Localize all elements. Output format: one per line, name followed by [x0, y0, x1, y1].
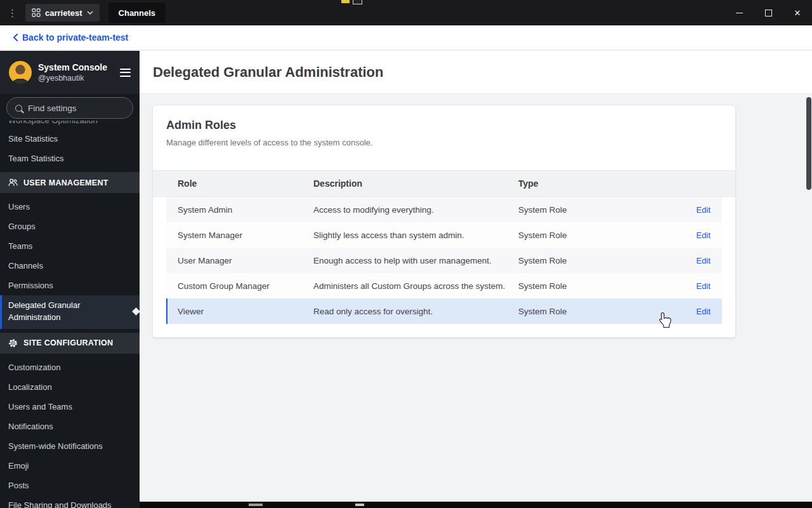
sidebar-item-delegated-granular-administration[interactable]: Delegated Granular Administration	[0, 295, 140, 329]
cell-role: User Manager	[166, 256, 313, 265]
chevron-left-icon	[13, 34, 18, 41]
vertical-scrollbar-thumb[interactable]	[806, 97, 811, 190]
back-navigation-bar: Back to private-team-test	[0, 25, 812, 50]
gear-icon	[8, 338, 18, 348]
cell-type: System Role	[518, 205, 672, 215]
sidebar-item-workspace-optimization[interactable]: Workspace Optimization	[0, 121, 140, 129]
cell-role: Custom Group Manager	[166, 281, 313, 291]
maximize-icon	[765, 10, 772, 17]
edit-link[interactable]: Edit	[697, 205, 710, 215]
sidebar-item-channels[interactable]: Channels	[0, 256, 140, 276]
main-content: Admin Roles Manage different levels of a…	[140, 94, 812, 508]
cell-description: Read only access for oversight.	[313, 307, 518, 316]
console-username: @yesbhautik	[38, 73, 107, 83]
cell-role: System Admin	[166, 205, 313, 215]
column-header-type: Type	[518, 178, 672, 189]
sidebar-item-teams[interactable]: Teams	[0, 236, 140, 256]
system-console-sidebar: System Console @yesbhautik Workspace Opt…	[0, 51, 140, 508]
sidebar-identity: System Console @yesbhautik	[38, 62, 107, 83]
taskbar-glimpse	[249, 504, 263, 506]
search-input[interactable]	[28, 104, 123, 113]
tab-channels[interactable]: Channels	[108, 3, 166, 23]
edit-link[interactable]: Edit	[697, 256, 710, 265]
table-row: System Manager Slightly less access than…	[166, 222, 722, 248]
cell-role: System Manager	[166, 231, 313, 240]
app-menu-button[interactable]: ⋮	[0, 7, 25, 19]
back-link-label: Back to private-team-test	[22, 32, 128, 43]
page-title: Delegated Granular Administration	[153, 64, 383, 81]
sidebar-item-users[interactable]: Users	[0, 197, 140, 217]
sidebar-item-system-wide-notifications[interactable]: System-wide Notifications	[0, 436, 140, 456]
sidebar-item-emoji[interactable]: Emoji	[0, 456, 140, 476]
back-link[interactable]: Back to private-team-test	[13, 32, 128, 43]
admin-roles-card: Admin Roles Manage different levels of a…	[152, 105, 736, 338]
team-name-label: carrietest	[45, 8, 82, 18]
sidebar-header: System Console @yesbhautik	[0, 51, 140, 94]
table-row: System Admin Access to modifying everyth…	[166, 197, 722, 222]
section-label: SITE CONFIGURATION	[23, 338, 113, 347]
cell-description: Administers all Custom Groups across the…	[313, 281, 518, 291]
cell-type: System Role	[518, 256, 672, 265]
card-subtitle: Manage different levels of access to the…	[166, 138, 722, 147]
minimize-icon	[736, 13, 743, 13]
cell-description: Slightly less access than system admin.	[313, 231, 518, 240]
edit-link[interactable]: Edit	[697, 307, 710, 316]
people-icon	[8, 178, 18, 187]
team-switcher-button[interactable]: carrietest	[25, 4, 100, 22]
grid-icon	[32, 8, 41, 17]
card-header: Admin Roles Manage different levels of a…	[153, 105, 735, 170]
sidebar-item-team-statistics[interactable]: Team Statistics	[0, 149, 140, 168]
sidebar-item-posts[interactable]: Posts	[0, 476, 140, 495]
window-controls: ✕	[724, 0, 812, 25]
cell-description: Enough access to help with user manageme…	[313, 256, 518, 265]
cell-role: Viewer	[166, 307, 313, 316]
site-configuration-list: Customization Localization Users and Tea…	[0, 358, 140, 508]
table-row: Custom Group Manager Administers all Cus…	[166, 273, 722, 298]
cell-type: System Role	[518, 281, 672, 291]
sidebar-item-notifications[interactable]: Notifications	[0, 417, 140, 436]
table-row-highlighted: Viewer Read only access for oversight. S…	[166, 298, 722, 324]
table-header-row: Role Description Type	[153, 170, 735, 197]
minimize-button[interactable]	[724, 0, 754, 25]
card-title: Admin Roles	[166, 119, 722, 132]
edit-link[interactable]: Edit	[697, 281, 710, 291]
sidebar-item-groups[interactable]: Groups	[0, 217, 140, 236]
settings-search-box[interactable]	[6, 97, 133, 119]
table-row: User Manager Enough access to help with …	[166, 248, 722, 273]
background-window-peek-yellow	[341, 0, 350, 3]
sidebar-item-file-sharing-and-downloads[interactable]: File Sharing and Downloads	[0, 495, 140, 508]
maximize-button[interactable]	[754, 0, 783, 25]
card-bottom-padding	[153, 324, 735, 337]
background-taskbar-strip	[140, 502, 812, 508]
window-titlebar: ⋮ carrietest Channels ✕	[0, 0, 812, 25]
section-header-site-configuration: SITE CONFIGURATION	[0, 333, 140, 354]
section-label: USER MANAGEMENT	[23, 178, 108, 187]
sidebar-item-permissions[interactable]: Permissions	[0, 276, 140, 295]
console-title: System Console	[38, 62, 107, 73]
column-header-role: Role	[166, 178, 313, 189]
chevron-down-icon	[87, 11, 93, 15]
sidebar-item-localization[interactable]: Localization	[0, 377, 140, 397]
user-avatar	[9, 61, 32, 84]
sidebar-item-site-statistics[interactable]: Site Statistics	[0, 129, 140, 149]
sidebar-item-users-and-teams[interactable]: Users and Teams	[0, 397, 140, 417]
user-management-list: Users Groups Teams Channels Permissions …	[0, 197, 140, 329]
sidebar-item-customization[interactable]: Customization	[0, 358, 140, 377]
sidebar-search-wrap	[0, 94, 140, 121]
cell-type: System Role	[518, 307, 672, 316]
background-window-peek	[341, 0, 362, 5]
close-button[interactable]: ✕	[783, 0, 812, 25]
page-header: Delegated Granular Administration	[140, 51, 812, 94]
cell-type: System Role	[518, 231, 672, 240]
background-window-peek-dark	[353, 0, 362, 4]
search-icon	[15, 105, 22, 112]
taskbar-glimpse	[355, 504, 364, 506]
cell-description: Access to modifying everything.	[313, 205, 518, 215]
column-header-description: Description	[313, 178, 518, 189]
edit-link[interactable]: Edit	[697, 231, 710, 240]
menu-icon[interactable]	[120, 69, 131, 77]
section-header-user-management: USER MANAGEMENT	[0, 172, 140, 193]
